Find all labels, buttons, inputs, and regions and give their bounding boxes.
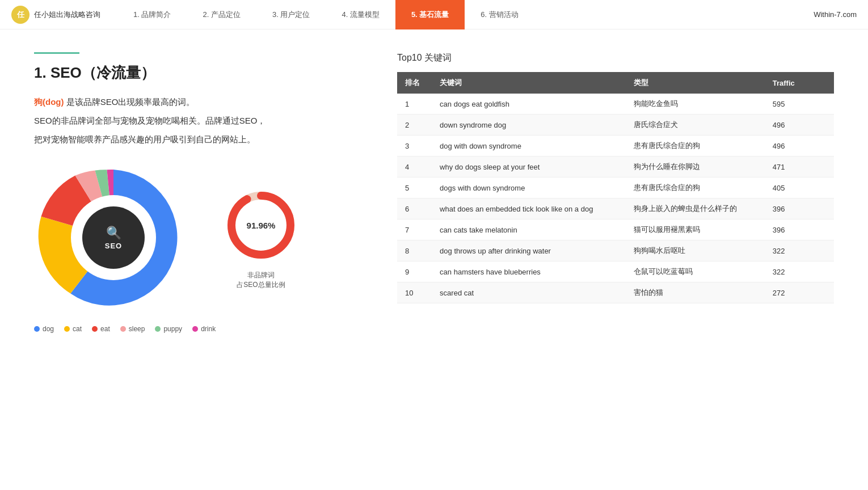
ring-chart-container: 91.96% 非品牌词 占SEO总量比例 [221,185,301,290]
search-icon: 🔍 [106,226,121,240]
table-row: 7 can cats take melatonin 猫可以服用褪黑素吗 396 [397,219,834,240]
cell-type: 唐氏综合症犬 [626,115,764,136]
legend-label-cat: cat [73,325,82,333]
th-type: 类型 [626,72,764,94]
legend-dot-dog [34,326,40,332]
cell-rank: 8 [397,240,432,261]
desc-line-2: SEO的非品牌词全部与宠物及宠物吃喝相关。品牌通过SEO， [34,113,363,128]
table-row: 8 dog throws up after drinking water 狗狗喝… [397,240,834,261]
cell-kw: why do dogs sleep at your feet [432,157,626,178]
legend-dog: dog [34,325,54,333]
cell-traffic: 471 [765,157,834,178]
cell-rank: 2 [397,115,432,136]
logo-text: 任小姐出海战略咨询 [34,10,100,20]
section-underline [34,52,79,54]
table-row: 5 dogs with down syndrome 患有唐氏综合症的狗 405 [397,178,834,198]
cell-rank: 4 [397,157,432,178]
cell-type: 狗身上嵌入的蜱虫是什么样子的 [626,198,764,219]
cell-rank: 10 [397,282,432,303]
legend-dot-puppy [155,326,161,332]
nav-item-3[interactable]: 3. 用户定位 [256,0,326,29]
legend-sleep: sleep [120,325,145,333]
cell-type: 患有唐氏综合症的狗 [626,136,764,157]
table-row: 1 can dogs eat goldfish 狗能吃金鱼吗 595 [397,94,834,115]
ring-label-1: 非品牌词 [237,271,285,280]
cell-kw: dogs with down syndrome [432,178,626,198]
cell-kw: can cats take melatonin [432,219,626,240]
ring-label-2: 占SEO总量比例 [237,280,285,290]
legend-eat: eat [92,325,110,333]
table-row: 9 can hamsters have blueberries 仓鼠可以吃蓝莓吗… [397,261,834,282]
cell-kw: down syndrome dog [432,115,626,136]
cell-kw: dog throws up after drinking water [432,240,626,261]
cell-traffic: 322 [765,240,834,261]
cell-traffic: 595 [765,94,834,115]
cell-kw: can hamsters have blueberries [432,261,626,282]
cell-traffic: 496 [765,136,834,157]
table-body: 1 can dogs eat goldfish 狗能吃金鱼吗 595 2 dow… [397,94,834,303]
legend-label-sleep: sleep [129,325,145,333]
th-kw: 关键词 [432,72,626,94]
keyword-table: 排名 关键词 类型 Traffic 1 can dogs eat goldfis… [397,72,834,303]
nav-item-2[interactable]: 2. 产品定位 [187,0,256,29]
nav-item-5[interactable]: 5. 基石流量 [395,0,465,29]
ring-wrapper: 91.96% [221,185,301,265]
section-title: 1. SEO（冷流量） [34,63,363,83]
cell-traffic: 272 [765,282,834,303]
table-row: 6 what does an embedded tick look like o… [397,198,834,219]
legend-label-eat: eat [100,325,110,333]
pie-chart-container: 🔍 SEO [34,158,193,317]
legend-dot-cat [64,326,70,332]
cell-type: 狗能吃金鱼吗 [626,94,764,115]
cell-type: 狗为什么睡在你脚边 [626,157,764,178]
highlight-dog: 狗(dog) [34,97,64,107]
table-row: 3 dog with down syndrome 患有唐氏综合症的狗 496 [397,136,834,157]
cell-kw: scared cat [432,282,626,303]
desc-line-1: 狗(dog) 是该品牌SEO出现频率最高的词。 [34,94,363,109]
th-rank: 排名 [397,72,432,94]
cell-type: 仓鼠可以吃蓝莓吗 [626,261,764,282]
cell-traffic: 322 [765,261,834,282]
nav-item-1[interactable]: 1. 品牌简介 [117,0,187,29]
ring-percent: 91.96% [247,221,276,230]
pie-center: 🔍 SEO [82,206,145,269]
navbar: 任 任小姐出海战略咨询 1. 品牌简介 2. 产品定位 3. 用户定位 4. 流… [0,0,868,29]
nav-logo: 任 任小姐出海战略咨询 [11,6,100,24]
legend-puppy: puppy [155,325,182,333]
cell-rank: 1 [397,94,432,115]
table-row: 10 scared cat 害怕的猫 272 [397,282,834,303]
left-panel: 1. SEO（冷流量） 狗(dog) 是该品牌SEO出现频率最高的词。 SEO的… [34,52,363,479]
legend-label-dog: dog [43,325,54,333]
cell-traffic: 405 [765,178,834,198]
cell-kw: what does an embedded tick look like on … [432,198,626,219]
cell-rank: 6 [397,198,432,219]
nav-item-6[interactable]: 6. 营销活动 [465,0,534,29]
cell-rank: 9 [397,261,432,282]
nav-items: 1. 品牌简介 2. 产品定位 3. 用户定位 4. 流量模型 5. 基石流量 … [117,0,814,29]
cell-kw: dog with down syndrome [432,136,626,157]
table-title: Top10 关键词 [397,52,834,64]
cell-traffic: 496 [765,115,834,136]
right-panel: Top10 关键词 排名 关键词 类型 Traffic 1 can dogs e… [397,52,834,479]
cell-kw: can dogs eat goldfish [432,94,626,115]
cell-rank: 7 [397,219,432,240]
ring-percent-container: 91.96% [247,221,276,230]
legend-label-puppy: puppy [163,325,182,333]
cell-type: 猫可以服用褪黑素吗 [626,219,764,240]
table-row: 2 down syndrome dog 唐氏综合症犬 496 [397,115,834,136]
nav-item-4[interactable]: 4. 流量模型 [326,0,395,29]
th-traffic: Traffic [765,72,834,94]
legend-dot-eat [92,326,98,332]
chart-area: 🔍 SEO 91.96% [34,158,363,317]
legend: dog cat eat sleep puppy drink [34,325,363,333]
table-header: 排名 关键词 类型 Traffic [397,72,834,94]
ring-label: 非品牌词 占SEO总量比例 [237,271,285,290]
desc-line-3: 把对宠物智能喂养产品感兴趣的用户吸引到自己的网站上。 [34,132,363,147]
legend-cat: cat [64,325,82,333]
legend-dot-sleep [120,326,126,332]
table-row: 4 why do dogs sleep at your feet 狗为什么睡在你… [397,157,834,178]
cell-type: 患有唐氏综合症的狗 [626,178,764,198]
cell-traffic: 396 [765,219,834,240]
nav-website: Within-7.com [814,10,857,19]
legend-label-drink: drink [201,325,216,333]
